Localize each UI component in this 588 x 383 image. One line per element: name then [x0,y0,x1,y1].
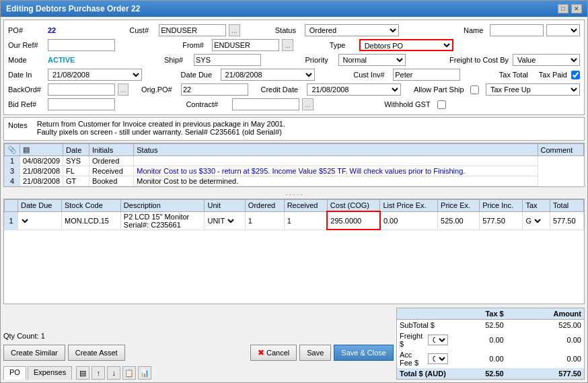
log-rownum-1: 1 [5,156,20,166]
log-status-1: Ordered [89,156,134,166]
creditdate-select[interactable]: 21/08/2008 [307,83,401,96]
bidref-input[interactable] [48,98,115,110]
tool-icon-1[interactable]: ▤ [76,366,89,380]
tool-icon-4[interactable]: 📋 [122,366,136,380]
duedate-select[interactable]: 21/08/2008 [221,69,315,81]
tool-icon-5[interactable]: 📊 [138,366,151,380]
log-date-4: 21/08/2008 [20,176,63,186]
tax-total: 52.50 [451,368,507,379]
accfee-code-select[interactable]: G [428,353,448,364]
contract-input[interactable] [232,98,299,110]
freight-label: Freight $ G [397,330,451,349]
totals-subtotal-row: SubTotal $ 52.50 525.00 [397,320,584,331]
from-label: From# [182,41,209,49]
po-value: 22 [48,26,65,34]
item-datedue-dropdown[interactable]: ▼ [21,215,30,226]
tax-freight: 0.00 [451,330,507,349]
datein-select[interactable]: 21/08/2008 [48,69,142,81]
contract-dots-button[interactable]: ... [302,98,313,110]
log-row-3: 3 21/08/2008 FL Received Monitor Cost to… [5,166,584,176]
log-col-comment: Comment [538,144,583,156]
backord-dots-button[interactable]: ... [118,83,128,96]
taxtotal-label: Tax Total [499,71,536,79]
withholdgst-checkbox[interactable] [437,100,446,109]
item-col-received: Received [284,200,327,212]
duedate-label: Date Due [181,71,218,79]
item-listprice-1: 0.00 [380,211,438,230]
item-unit-dropdown[interactable]: ▼ [227,215,236,226]
tool-icon-2[interactable]: ↑ [91,366,105,380]
item-tax-dropdown[interactable]: ▼ [534,215,543,226]
taxpaid-checkbox[interactable] [571,71,580,79]
save-button[interactable]: Save [299,345,331,361]
backord-input[interactable] [48,83,115,96]
type-select[interactable]: Debtors PO [359,39,453,51]
from-dots-button[interactable]: ... [282,39,293,51]
log-row-1: 1 04/08/2009 SYS Ordered [5,156,584,166]
allowpartship-checkbox[interactable] [470,85,479,94]
taxfreeup-select[interactable]: Tax Free Up [486,83,580,96]
status-label: Status [275,26,302,34]
freight-select[interactable]: Value [513,54,580,66]
log-col-initials: Initials [89,144,134,156]
tab-po[interactable]: PO [3,366,26,380]
total-label: Total $ (AUD) [397,368,451,379]
item-datedue-1: ▼ [18,211,62,230]
create-asset-button[interactable]: Create Asset [68,345,125,361]
totals-accfee-row: Acc Fee $ G 0.00 0.00 [397,349,584,368]
qty-count: Qty Count: 1 [3,331,394,341]
tool-icon-3[interactable]: ↓ [107,366,120,380]
item-col-datedue: Date Due [18,200,62,212]
po-label: PO# [8,26,45,34]
item-col-total: Total [550,200,583,212]
notes-text1: Return from Customer for Invoice created… [37,120,285,128]
tab-expenses[interactable]: Expenses [28,366,72,380]
log-row-4: 4 21/08/2008 GT Booked Monitor Cost to b… [5,176,584,186]
notes-label: Notes [8,121,28,136]
log-date-3: 21/08/2008 [20,166,63,176]
subtotal-label: SubTotal $ [397,320,451,331]
cancel-label: Cancel [266,349,289,357]
close-button[interactable]: ✕ [571,4,582,13]
bidref-label: Bid Ref# [8,100,45,108]
freight-code-select[interactable]: G [428,335,448,345]
log-date-1: 04/08/2009 [20,156,63,166]
item-col-unit: Unit [205,200,245,212]
log-col-status: Status [134,144,538,156]
ourref-input[interactable] [48,39,115,51]
cust-dots-button[interactable]: ... [229,24,240,36]
log-status-4: Booked [89,176,134,186]
datein-label: Date In [8,71,45,79]
amount-header: Amount [507,308,584,320]
priority-label: Priority [305,56,336,64]
maximize-button[interactable]: □ [558,4,568,13]
origpo-input[interactable] [181,83,248,96]
allowpartship-label: Allow Part Ship [414,85,468,94]
save-close-button[interactable]: Save & Close [334,345,394,361]
name-select[interactable] [546,24,580,36]
tax-accfee: 0.00 [451,349,507,368]
tax-subtotal: 52.50 [451,320,507,331]
ship-input[interactable] [194,54,261,66]
log-col-icon: ▤ [20,144,63,156]
cust-input[interactable] [159,24,226,36]
from-input[interactable] [212,39,279,51]
log-initials-3: FL [63,166,89,176]
totals-empty-header [397,308,451,320]
total-value: 577.50 [507,368,584,379]
priority-select[interactable]: Normal [338,54,406,66]
subtotal-value: 525.00 [507,320,584,331]
ourref-label: Our Ref# [8,41,45,49]
item-col-tax: Tax [523,200,550,212]
section-divider: . . . . . [3,188,585,197]
item-cost-1: 295.0000 [327,211,380,230]
item-description-1: P2 LCD 15" Monitor Serial#: C235661 [120,211,205,230]
log-comment-4: Monitor Cost to be determined. [134,176,538,186]
create-similar-button[interactable]: Create Similar [3,345,65,361]
custinv-input[interactable] [393,69,460,81]
accfee-value: 0.00 [507,349,584,368]
status-select[interactable]: Ordered [305,24,399,36]
cancel-button[interactable]: ✖ Cancel [250,345,297,361]
log-status-3: Received [89,166,134,176]
name-input[interactable] [490,24,544,36]
